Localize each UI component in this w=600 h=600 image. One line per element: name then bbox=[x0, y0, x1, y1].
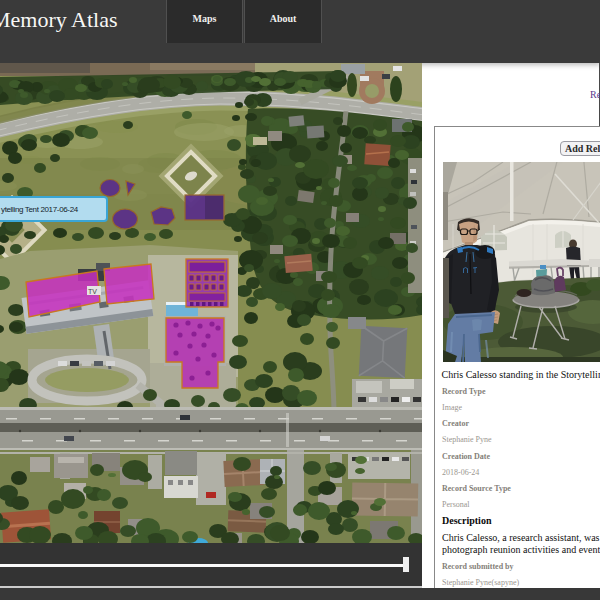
svg-text:TV: TV bbox=[88, 288, 97, 295]
svg-text:ytelling Tent 2017-06-24: ytelling Tent 2017-06-24 bbox=[1, 205, 79, 214]
